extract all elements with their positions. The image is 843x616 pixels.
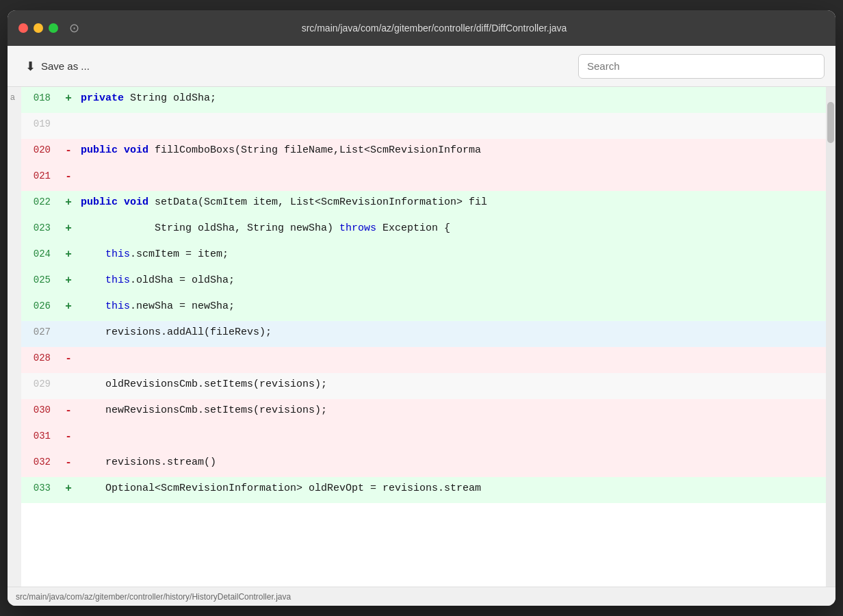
table-row: 027 revisions.addAll(fileRevs); xyxy=(21,321,826,347)
line-content: public void setData(ScmItem item, List<S… xyxy=(78,191,826,217)
line-marker: - xyxy=(59,399,78,425)
line-marker: - xyxy=(59,425,78,451)
line-content xyxy=(78,425,826,451)
line-marker: + xyxy=(59,191,78,217)
line-content: newRevisionsCmb.setItems(revisions); xyxy=(78,399,826,425)
line-number: 018 xyxy=(21,87,59,113)
search-input[interactable] xyxy=(578,54,825,79)
line-number: 029 xyxy=(21,373,59,399)
main-window: ⊙ src/main/java/com/az/gitember/controll… xyxy=(8,10,835,606)
file-icon: ⊙ xyxy=(69,21,79,36)
toolbar: ⬇ Save as ... xyxy=(8,46,835,87)
statusbar-text: src/main/java/com/az/gitember/controller… xyxy=(16,592,291,602)
close-button[interactable] xyxy=(18,23,28,33)
scrollbar-thumb[interactable] xyxy=(827,102,834,143)
line-content xyxy=(78,113,826,139)
table-row: 030 - newRevisionsCmb.setItems(revisions… xyxy=(21,399,826,425)
line-number: 027 xyxy=(21,321,59,347)
line-content: private String oldSha; xyxy=(78,87,826,113)
line-number: 024 xyxy=(21,243,59,269)
table-row: 028 - xyxy=(21,347,826,373)
line-number: 025 xyxy=(21,269,59,295)
code-area: a 018 + private String oldSha; 019 020 - xyxy=(8,87,835,587)
line-number: 023 xyxy=(21,217,59,243)
maximize-button[interactable] xyxy=(49,23,58,33)
table-row: 019 xyxy=(21,113,826,139)
scrollbar-track[interactable] xyxy=(826,87,835,587)
line-marker: + xyxy=(59,217,78,243)
line-number: 032 xyxy=(21,451,59,477)
table-row: 018 + private String oldSha; xyxy=(21,87,826,113)
line-marker: + xyxy=(59,87,78,113)
line-content: oldRevisionsCmb.setItems(revisions); xyxy=(78,373,826,399)
table-row: 022 + public void setData(ScmItem item, … xyxy=(21,191,826,217)
line-marker: - xyxy=(59,451,78,477)
code-scroll[interactable]: 018 + private String oldSha; 019 020 - p… xyxy=(21,87,826,587)
line-marker: + xyxy=(59,477,78,503)
line-content: Optional<ScmRevisionInformation> oldRevO… xyxy=(78,477,826,503)
line-number: 028 xyxy=(21,347,59,373)
line-number: 026 xyxy=(21,295,59,321)
table-row: 032 - revisions.stream() xyxy=(21,451,826,477)
table-row: 020 - public void fillComboBoxs(String f… xyxy=(21,139,826,165)
table-row: 023 + String oldSha, String newSha) thro… xyxy=(21,217,826,243)
line-content: public void fillComboBoxs(String fileNam… xyxy=(78,139,826,165)
gutter-indicator: a xyxy=(10,92,15,102)
line-content: String oldSha, String newSha) throws Exc… xyxy=(78,217,826,243)
line-marker: - xyxy=(59,139,78,165)
line-marker: - xyxy=(59,165,78,191)
line-number: 020 xyxy=(21,139,59,165)
save-icon: ⬇ xyxy=(25,59,36,74)
save-label: Save as ... xyxy=(41,60,90,72)
line-content xyxy=(78,347,826,373)
line-content: this.scmItem = item; xyxy=(78,243,826,269)
left-gutter: a xyxy=(8,87,21,587)
statusbar: src/main/java/com/az/gitember/controller… xyxy=(8,587,835,606)
titlebar: ⊙ src/main/java/com/az/gitember/controll… xyxy=(8,10,835,46)
table-row: 021 - xyxy=(21,165,826,191)
line-marker: - xyxy=(59,347,78,373)
table-row: 029 oldRevisionsCmb.setItems(revisions); xyxy=(21,373,826,399)
line-number: 022 xyxy=(21,191,59,217)
line-number: 030 xyxy=(21,399,59,425)
line-marker: + xyxy=(59,243,78,269)
table-row: 024 + this.scmItem = item; xyxy=(21,243,826,269)
line-marker xyxy=(59,321,78,347)
table-row: 033 + Optional<ScmRevisionInformation> o… xyxy=(21,477,826,503)
traffic-lights xyxy=(18,23,58,33)
table-row: 031 - xyxy=(21,425,826,451)
line-number: 021 xyxy=(21,165,59,191)
line-content: this.newSha = newSha; xyxy=(78,295,826,321)
window-title: src/main/java/com/az/gitember/controller… xyxy=(85,23,783,34)
table-row: 026 + this.newSha = newSha; xyxy=(21,295,826,321)
line-content: revisions.addAll(fileRevs); xyxy=(78,321,826,347)
line-number: 031 xyxy=(21,425,59,451)
line-marker xyxy=(59,113,78,139)
line-content: revisions.stream() xyxy=(78,451,826,477)
line-number: 033 xyxy=(21,477,59,503)
line-marker: + xyxy=(59,269,78,295)
line-marker xyxy=(59,373,78,399)
table-row: 025 + this.oldSha = oldSha; xyxy=(21,269,826,295)
minimize-button[interactable] xyxy=(34,23,43,33)
line-number: 019 xyxy=(21,113,59,139)
line-content xyxy=(78,165,826,191)
save-as-button[interactable]: ⬇ Save as ... xyxy=(18,55,96,78)
line-content: this.oldSha = oldSha; xyxy=(78,269,826,295)
line-marker: + xyxy=(59,295,78,321)
